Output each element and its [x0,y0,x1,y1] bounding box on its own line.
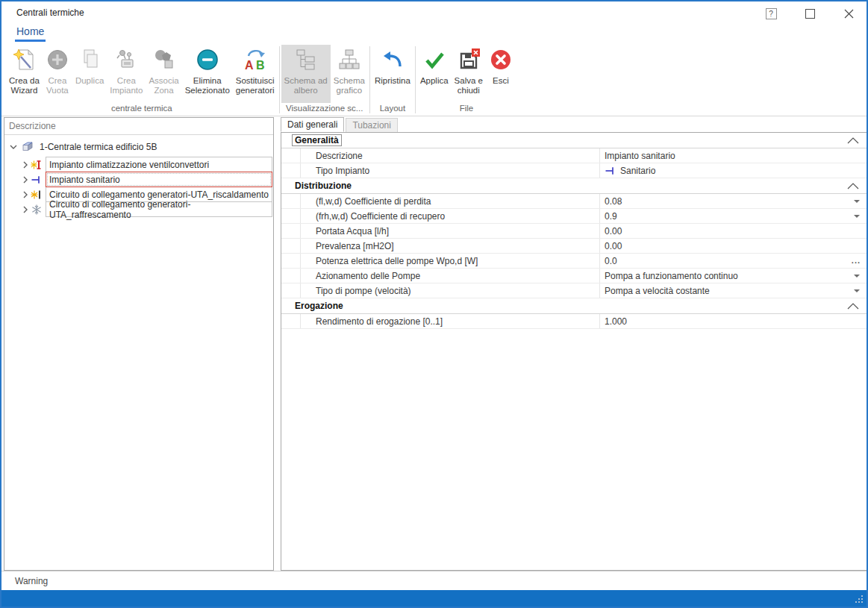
ribbon-separator [415,46,416,113]
property-row: Potenza elettrica delle pompe Wpo,d [W] … [281,254,867,269]
button-label: Ripristina [375,76,410,86]
minus-circle-icon [196,48,219,72]
chevron-right-icon[interactable] [19,160,31,170]
chevron-down-icon[interactable] [7,142,19,152]
status-text: Warning [15,576,48,586]
resize-grip[interactable] [854,595,864,604]
crea-vuota-button[interactable]: Crea Vuota [43,45,72,103]
tree-item-label[interactable]: Impianto climatizzazione ventilconvettor… [46,157,272,172]
tab-tubazioni[interactable]: Tubazioni [346,118,398,132]
ribbon-group-centrale-termica: Crea da Wizard Crea Vuota Duplica [6,44,278,116]
property-value[interactable]: Pompa a funzionamento continuo [600,269,867,283]
schema-ad-albero-button[interactable]: Schema ad albero [281,45,331,103]
property-value[interactable]: 0.0 ... [600,254,867,268]
crea-impianto-button[interactable]: Crea Impianto [107,45,146,103]
property-label: Descrizione [301,148,600,163]
section-distribuzione[interactable]: Distribuzione [281,178,867,194]
property-row: Tipo di pompe (velocità) Pompa a velocit… [281,283,867,298]
chevron-right-icon[interactable] [19,204,31,215]
ribbon-group-visualizzazione: Schema ad albero Schema grafico [281,44,368,116]
property-value[interactable]: 0.00 [600,224,867,238]
tree-item-label[interactable]: Circuito di collegamento generatori- UTA… [46,201,272,217]
property-value[interactable]: Pompa a velocità costante [600,283,867,298]
replace-ab-icon: A B [243,48,267,72]
section-title: Generalità [292,134,342,146]
maximize-icon [805,9,815,19]
chevron-right-icon[interactable] [19,175,31,185]
chevron-up-icon[interactable] [847,137,859,144]
tree-root-item[interactable]: 1-Centrale termica edificio 5B [4,139,273,155]
salva-e-chiudi-button[interactable]: Salva e chiudi [452,45,486,103]
status-bar: Warning [1,571,867,590]
tree-panel: Descrizione 1-Centrale termica edificio … [4,117,274,571]
tree-schema-icon [294,48,318,72]
button-label: Salva e chiudi [455,76,483,95]
property-row: Tipo Impianto Sanitario [281,163,867,178]
ellipsis-editor-icon[interactable]: ... [852,257,861,265]
sanitary-pipe-icon [605,165,616,177]
property-row: Azionamento delle Pompe Pompa a funziona… [281,269,867,283]
dropdown-arrow-icon[interactable] [854,275,860,278]
ribbon-group-file: Applica Salva e chiudi [417,44,516,116]
tree-item-label: 1-Centrale termica edificio 5B [40,142,157,152]
property-value[interactable]: 1.000 [600,314,867,328]
schema-grafico-button[interactable]: Schema grafico [331,45,368,103]
applica-button[interactable]: Applica [417,45,452,103]
ribbon-group-label: Visualizzazione sc... [281,103,368,116]
chevron-right-icon[interactable] [19,189,31,200]
property-value[interactable]: 0.08 [600,194,867,208]
dropdown-arrow-icon[interactable] [854,215,860,218]
dropdown-arrow-icon[interactable] [854,289,860,292]
tree-item-label-selected[interactable]: Impianto sanitario [46,172,272,187]
property-value[interactable]: 0.9 [600,209,867,223]
properties-tabs: Dati generali Tubazioni [279,117,867,132]
maximize-button[interactable] [799,4,820,22]
property-row: Rendimento di erogazione [0..1] 1.000 [281,314,867,329]
section-erogazione[interactable]: Erogazione [281,298,867,314]
property-row: (fl,w,d) Coefficiente di perdita 0.08 [281,194,867,209]
property-value[interactable]: 0.00 [600,239,867,253]
tab-home[interactable]: Home [15,25,46,42]
add-circle-icon [46,48,69,72]
svg-text:A: A [245,59,254,72]
button-label: Sostituisci generatori [236,76,275,95]
tree-item[interactable]: Impianto climatizzazione ventilconvettor… [4,157,273,172]
button-label: Associa Zona [149,76,178,95]
property-label: Rendimento di erogazione [0..1] [301,314,600,328]
associa-zona-button[interactable]: Associa Zona [146,45,181,103]
button-label: Elimina Selezionato [185,76,230,95]
esci-button[interactable]: Esci [486,45,516,103]
tree-item[interactable]: Circuito di collegamento generatori- UTA… [4,201,273,217]
property-row: (frh,w,d) Coefficiente di recupero 0.9 [281,209,867,224]
property-label: (fl,w,d) Coefficiente di perdita [301,194,600,208]
sostituisci-generatori-button[interactable]: A B Sostituisci generatori [233,45,278,103]
title-bar: Centrali termiche ? [1,1,867,24]
elimina-selezionato-button[interactable]: Elimina Selezionato [182,45,233,103]
property-row: Portata Acqua [l/h] 0.00 [281,224,867,239]
button-label: Schema grafico [334,76,365,95]
ribbon-group-label: File [417,103,516,116]
help-button[interactable]: ? [761,4,781,22]
plant-tree: 1-Centrale termica edificio 5B Impianto … [4,135,273,217]
window-controls: ? [761,4,859,23]
property-label: Tipo Impianto [301,163,600,178]
cooling-circuit-icon [31,204,43,216]
property-value[interactable]: Impianto sanitario [600,148,867,163]
tab-dati-generali[interactable]: Dati generali [281,117,344,132]
ripristina-button[interactable]: Ripristina [372,45,413,103]
dropdown-arrow-icon[interactable] [854,200,860,203]
chevron-up-icon[interactable] [847,303,859,310]
property-value[interactable]: Sanitario [600,163,867,178]
tree-item[interactable]: Impianto sanitario [4,172,273,187]
ribbon-group-label: centrale termica [6,103,278,116]
duplicate-icon [78,48,102,72]
section-generalita[interactable]: Generalità [281,133,867,148]
close-button[interactable] [838,4,859,22]
crea-da-wizard-button[interactable]: Crea da Wizard [6,45,43,103]
property-row: Prevalenza [mH2O] 0.00 [281,239,867,254]
section-title: Distribuzione [295,181,352,191]
property-label: Prevalenza [mH2O] [301,239,600,253]
chevron-up-icon[interactable] [847,183,859,189]
window-title: Centrali termiche [16,7,84,18]
duplica-button[interactable]: Duplica [72,45,107,103]
